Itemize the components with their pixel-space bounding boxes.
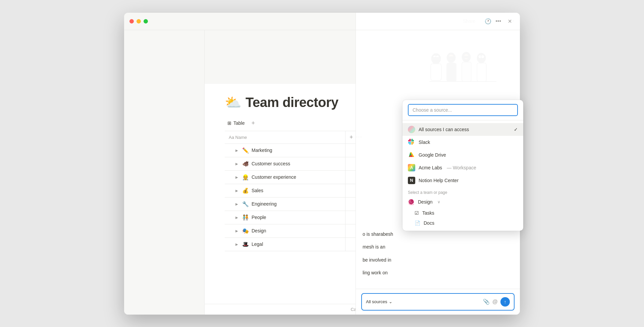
row-name-cell: ▶ 🎩 Legal <box>225 238 345 251</box>
chat-text-1: o is sharabesh <box>363 231 393 237</box>
chat-message-4: ling work on <box>363 269 513 276</box>
chat-text-3: be involved in <box>363 257 391 263</box>
row-expand-arrow: ▶ <box>235 149 238 152</box>
design-label: Design <box>418 199 433 205</box>
source-item-all-sources[interactable]: All sources I can access ✓ <box>402 123 523 136</box>
source-section-label: Select a team or page <box>402 187 523 196</box>
svg-rect-30 <box>413 142 414 144</box>
row-label: Engineering <box>252 201 277 207</box>
svg-rect-28 <box>413 140 414 142</box>
tasks-label: Tasks <box>422 210 434 216</box>
sidebar <box>124 30 205 315</box>
svg-rect-29 <box>411 139 413 140</box>
row-label: Legal <box>252 241 263 247</box>
source-item-notion-help[interactable]: N Notion Help Center <box>402 174 523 187</box>
page-title: Team directory <box>246 95 338 110</box>
name-column-header: Aa Name <box>225 131 345 144</box>
panel-header: 🕐 ••• × <box>356 13 520 30</box>
row-expand-arrow: ▶ <box>235 189 238 193</box>
row-label: Design <box>252 228 266 233</box>
table-view-tab[interactable]: ⊞ Table <box>225 119 247 127</box>
panel-history-button[interactable]: 🕐 <box>485 18 491 24</box>
row-name-cell: ▶ 🧑‍🤝‍🧑 People <box>225 211 345 224</box>
svg-rect-26 <box>408 142 409 144</box>
docs-page-icon: 📄 <box>415 220 420 226</box>
source-chevron-icon: ⌄ <box>389 299 392 304</box>
svg-rect-24 <box>408 140 409 142</box>
row-label: Customer experience <box>252 174 296 180</box>
source-item-docs[interactable]: 📄 Docs <box>402 218 523 228</box>
row-name-cell: ▶ 🔧 Engineering <box>225 198 345 211</box>
send-button[interactable]: ↑ <box>500 297 510 307</box>
row-name-cell: ▶ 🎭 Design <box>225 224 345 237</box>
chat-text-2: mesh is an <box>363 244 385 250</box>
row-name-cell: ▶ 👷 Customer experience <box>225 171 345 184</box>
acme-labs-label: Acme Labs <box>419 165 442 170</box>
design-emoji-icon: 🧶 <box>408 199 415 205</box>
all-sources-button[interactable]: All sources ⌄ <box>366 299 392 304</box>
svg-rect-20 <box>409 140 411 142</box>
slack-label: Slack <box>419 140 430 145</box>
row-emoji: 👷 <box>242 174 249 180</box>
mention-button[interactable]: @ <box>492 299 498 305</box>
page-emoji: ⛅ <box>225 95 241 110</box>
source-dropdown[interactable]: All sources I can access ✓ <box>402 100 523 231</box>
row-emoji: 🎭 <box>242 228 249 234</box>
source-search-input[interactable] <box>408 104 518 116</box>
slack-icon <box>408 139 415 146</box>
table-icon: ⊞ <box>227 120 231 126</box>
chat-message-3: be involved in <box>363 256 513 264</box>
row-expand-arrow: ▶ <box>235 202 238 206</box>
chat-message-2: mesh is an <box>363 243 513 251</box>
chat-text-4: ling work on <box>363 270 388 275</box>
notion-icon: N <box>408 177 415 184</box>
source-search-container <box>402 100 523 120</box>
row-label: Customer success <box>252 161 290 166</box>
panel-footer: All sources ⌄ 📎 @ ↑ <box>356 289 520 315</box>
row-name-cell: ▶ 🐗 Customer success <box>225 157 345 170</box>
row-expand-arrow: ▶ <box>235 175 238 179</box>
svg-rect-27 <box>409 144 411 145</box>
attach-button[interactable]: 📎 <box>483 298 490 305</box>
source-item-tasks[interactable]: ☑ Tasks <box>402 208 523 218</box>
tasks-checkbox-icon: ☑ <box>415 210 419 216</box>
traffic-lights <box>129 19 148 23</box>
source-check-icon: ✓ <box>514 127 518 132</box>
row-label: Sales <box>252 188 263 193</box>
row-expand-arrow: ▶ <box>235 216 238 219</box>
row-name-cell: ▶ 💰 Sales <box>225 184 345 197</box>
chat-message-1: o is sharabesh <box>363 230 513 238</box>
row-emoji: 🧑‍🤝‍🧑 <box>242 214 249 221</box>
docs-label: Docs <box>424 220 434 226</box>
panel-more-button[interactable]: ••• <box>495 18 501 24</box>
add-view-button[interactable]: + <box>250 118 256 128</box>
svg-rect-25 <box>409 139 411 140</box>
source-item-design[interactable]: 🧶 Design ∨ <box>402 196 523 208</box>
source-item-acme-labs[interactable]: A Acme Labs — Workspace <box>402 161 523 174</box>
svg-rect-22 <box>411 140 413 142</box>
notion-help-label: Notion Help Center <box>419 178 459 183</box>
row-label: People <box>252 215 266 220</box>
chat-input-actions: 📎 @ ↑ <box>483 297 510 307</box>
row-emoji: 🐗 <box>242 161 249 167</box>
panel-close-button[interactable]: × <box>505 16 515 26</box>
row-name-cell: ▶ ✏️ Marketing <box>225 144 345 157</box>
google-drive-icon <box>408 151 415 159</box>
source-item-slack[interactable]: Slack <box>402 136 523 149</box>
google-drive-label: Google Drive <box>419 152 446 158</box>
svg-rect-31 <box>411 144 413 145</box>
row-expand-arrow: ▶ <box>235 242 238 246</box>
source-list: All sources I can access ✓ <box>402 120 523 231</box>
row-emoji: 🎩 <box>242 241 249 248</box>
acme-labs-icon: A <box>408 164 415 171</box>
minimize-traffic-light[interactable] <box>137 19 141 23</box>
row-expand-arrow: ▶ <box>235 229 238 233</box>
source-item-google-drive[interactable]: Google Drive <box>402 149 523 161</box>
svg-rect-21 <box>409 142 411 144</box>
row-emoji: ✏️ <box>242 147 249 154</box>
acme-labs-suffix: — Workspace <box>447 165 476 170</box>
svg-rect-23 <box>411 142 413 144</box>
maximize-traffic-light[interactable] <box>144 19 148 23</box>
close-traffic-light[interactable] <box>129 19 134 23</box>
all-sources-label: All sources I can access <box>419 127 469 132</box>
